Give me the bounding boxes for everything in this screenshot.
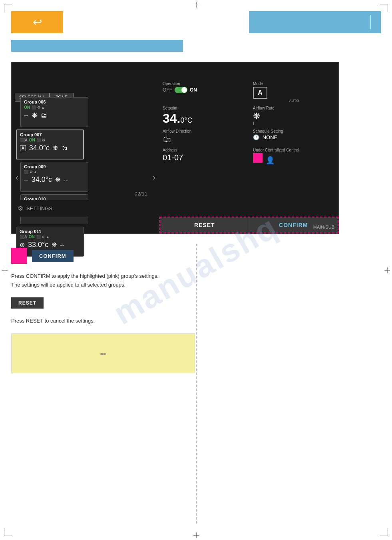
group-card-007[interactable]: Group 007 ⬛A ON ⬛ ⚙ A 34.0°c ❋ 🗂 bbox=[16, 130, 84, 159]
group-011-icons: ⬛ ⚙ ▲ bbox=[36, 235, 50, 239]
back-icon: ↩ bbox=[33, 16, 42, 29]
group-011-ea-icon: ⬛A bbox=[20, 235, 27, 239]
group-007-mode-icon: A bbox=[20, 145, 26, 151]
operation-section: Operation OFF ON bbox=[163, 82, 245, 103]
group-007-status: ⬛A ON ⬛ ⚙ bbox=[20, 138, 80, 142]
cross-top bbox=[193, 2, 199, 8]
corner-bl bbox=[4, 528, 12, 536]
address-label: Address bbox=[163, 148, 245, 152]
group-007-ea-icon: ⬛A bbox=[20, 138, 28, 142]
mode-label: Mode bbox=[253, 82, 335, 86]
group-009-temp: 34.0°c bbox=[32, 175, 52, 184]
group-006-status: ON ⬛ ⚙ ▲ bbox=[24, 105, 85, 110]
mode-section: Mode A AUTO bbox=[253, 82, 335, 103]
centralized-pink-indicator bbox=[253, 153, 263, 163]
nav-arrow-left[interactable]: ‹ bbox=[16, 172, 18, 181]
schedule-value: 🕐 NONE bbox=[253, 134, 335, 140]
group-011-status: ⬛A ON ⬛ ⚙ ▲ bbox=[20, 235, 80, 239]
cross-bottom bbox=[193, 532, 199, 538]
confirm-description: Press CONFIRM to apply the highlighted (… bbox=[11, 272, 195, 289]
settings-gear-icon: ⚙ bbox=[18, 205, 23, 212]
lower-section: CONFIRM Press CONFIRM to apply the highl… bbox=[11, 244, 381, 373]
main-sub-label: MAIN/SUB bbox=[313, 225, 334, 229]
group-007-extra: 🗂 bbox=[61, 145, 68, 152]
reset-button[interactable]: RESET bbox=[160, 217, 249, 233]
group-009-temp-dash: -- bbox=[24, 176, 28, 183]
setpoint-value-display: 34.0°C bbox=[163, 111, 245, 126]
left-panel: SELECT ALL ZONE ‹ Group 006 ON ⬛ ⚙ ▲ -- … bbox=[12, 78, 159, 217]
group-card-009[interactable]: Group 009 ⬛ ⚙ ▲ -- 34.0°c ❋ -- bbox=[20, 162, 88, 192]
group-009-status: ⬛ ⚙ ▲ bbox=[24, 170, 85, 174]
address-value: 01-07 bbox=[163, 153, 245, 162]
group-007-temp: 34.0°c bbox=[29, 144, 50, 152]
settings-label: SETTINGS bbox=[26, 205, 52, 211]
top-right-bar-divider bbox=[370, 15, 371, 29]
yellow-info-box: -- bbox=[11, 333, 195, 373]
settings-bar: ⚙ SETTINGS bbox=[12, 200, 159, 217]
top-right-bar bbox=[249, 11, 381, 33]
airflow-rate-section: Airflow Rate ❋ L bbox=[253, 106, 335, 126]
group-006-values: -- ❋ 🗂 bbox=[24, 111, 85, 120]
group-006-icons: ⬛ ⚙ ▲ bbox=[32, 106, 45, 110]
airflow-rate-value: L bbox=[253, 122, 335, 126]
reset-small-button[interactable]: RESET bbox=[11, 297, 44, 309]
schedule-section: Schedule Setting 🕐 NONE bbox=[253, 129, 335, 145]
corner-tr bbox=[380, 4, 388, 12]
confirm-pink-indicator bbox=[11, 248, 27, 264]
off-label: OFF bbox=[163, 87, 172, 93]
nav-arrow-right[interactable]: › bbox=[153, 172, 155, 181]
centralized-section: Under Centralized Control 👤 bbox=[253, 148, 335, 165]
mode-box[interactable]: A bbox=[253, 87, 267, 99]
group-006-airflow-icon: ❋ bbox=[32, 111, 38, 120]
cross-left bbox=[2, 267, 8, 273]
group-006-name: Group 006 bbox=[24, 100, 85, 104]
schedule-label: Schedule Setting bbox=[253, 129, 335, 134]
address-section: Address 01-07 bbox=[163, 148, 245, 165]
centralized-label: Under Centralized Control bbox=[253, 148, 335, 152]
group-006-on-label: ON bbox=[24, 105, 30, 110]
address-row: Address 01-07 Under Centralized Control … bbox=[163, 148, 335, 165]
airflow-dir-icon: 🗂 bbox=[163, 134, 245, 145]
group-007-icons: ⬛ ⚙ bbox=[37, 138, 46, 142]
clock-icon: 🕐 bbox=[253, 134, 259, 140]
group-009-name: Group 009 bbox=[24, 164, 85, 169]
operation-row: Operation OFF ON Mode A AUTO bbox=[163, 82, 335, 103]
confirm-small-button[interactable]: CONFIRM bbox=[32, 250, 74, 262]
toggle-knob bbox=[181, 87, 187, 93]
group-card-006[interactable]: Group 006 ON ⬛ ⚙ ▲ -- ❋ 🗂 bbox=[20, 97, 88, 127]
group-007-on-label: ON bbox=[29, 138, 35, 142]
back-button[interactable]: ↩ bbox=[11, 11, 63, 33]
operation-toggle[interactable]: OFF ON bbox=[163, 87, 245, 93]
reset-description: Press RESET to cancel the settings. bbox=[11, 317, 195, 325]
group-007-values: A 34.0°c ❋ 🗂 bbox=[20, 144, 80, 152]
operation-label: Operation bbox=[163, 82, 245, 86]
group-007-name: Group 007 bbox=[20, 132, 80, 137]
yellow-box-value: -- bbox=[100, 348, 106, 359]
page-indicator: 02/11 bbox=[134, 191, 147, 197]
airflow-dir-label: Airflow Direction bbox=[163, 129, 245, 134]
setpoint-sub: 0°C bbox=[180, 116, 192, 124]
header-bar bbox=[11, 40, 183, 52]
mode-value: A bbox=[258, 89, 263, 96]
group-011-name: Group 011 bbox=[20, 229, 80, 234]
confirm-area: CONFIRM bbox=[11, 248, 381, 264]
setpoint-label: Setpoint bbox=[163, 106, 245, 110]
group-009-values: -- 34.0°c ❋ -- bbox=[24, 175, 85, 184]
group-009-icons: ⬛ ⚙ ▲ bbox=[24, 170, 37, 174]
toggle-track[interactable] bbox=[175, 87, 187, 93]
on-label: ON bbox=[190, 87, 197, 93]
group-011-on-label: ON bbox=[29, 235, 35, 239]
setpoint-temp: 34. bbox=[163, 111, 180, 126]
centralized-person-icon: 👤 bbox=[266, 156, 275, 164]
setpoint-section: Setpoint 34.0°C bbox=[163, 106, 245, 126]
airflow-rate-label: Airflow Rate bbox=[253, 106, 335, 110]
group-006-temp: -- bbox=[24, 112, 28, 119]
group-006-extra: 🗂 bbox=[41, 112, 47, 119]
airflow-dir-section: Airflow Direction 🗂 bbox=[163, 129, 245, 145]
corner-tl bbox=[4, 4, 12, 12]
group-009-extra: -- bbox=[64, 176, 68, 183]
main-screen: 05/AUG/2010 FRI PM 11:40 SELECT ALL ZONE… bbox=[11, 62, 339, 234]
group-007-airflow-icon: ❋ bbox=[53, 144, 58, 152]
group-009-airflow-icon: ❋ bbox=[55, 176, 60, 183]
dir-sched-row: Airflow Direction 🗂 Schedule Setting 🕐 N… bbox=[163, 129, 335, 145]
